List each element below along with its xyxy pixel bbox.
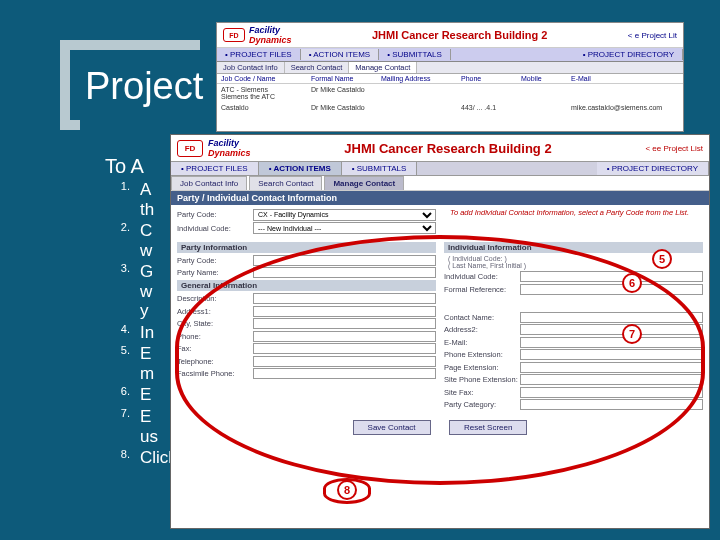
party-code-select[interactable]: CX - Facility Dynamics (253, 209, 436, 221)
label-email: E-Mail: (444, 338, 520, 347)
back-tabs: • PROJECT FILES • ACTION ITEMS • SUBMITT… (217, 48, 683, 62)
col-formalname[interactable]: Formal Name (311, 75, 381, 82)
label-phone: Phone: (177, 332, 253, 341)
back-window: FD FacilityDynamics JHMI Cancer Research… (216, 22, 684, 132)
tab-project-files[interactable]: • PROJECT FILES (171, 162, 259, 175)
facsimile-input[interactable] (253, 368, 436, 379)
step-number: 2. (108, 221, 130, 233)
telephone-input[interactable] (253, 356, 436, 367)
left-column: Party Information Party Code: Party Name… (177, 240, 436, 412)
step-number: 7. (108, 407, 130, 419)
cell-mobile (521, 104, 571, 111)
individual-code-select[interactable]: --- New Individual --- (253, 222, 436, 234)
cell-mailing (381, 104, 461, 111)
label-contact-name: Contact Name: (444, 313, 520, 322)
step-text: Ath (140, 180, 154, 219)
project-list-link[interactable]: < e Project Lit (628, 31, 677, 40)
cell-jobname: Castaldo (221, 104, 311, 111)
label-phone-ext: Phone Extension: (444, 350, 520, 359)
annotation-number-5: 5 (652, 249, 672, 269)
subtab-manage-contact[interactable]: Manage Contact (349, 62, 417, 73)
step-number: 6. (108, 385, 130, 397)
back-window-header: FD FacilityDynamics JHMI Cancer Research… (217, 23, 683, 48)
phone-input[interactable] (253, 331, 436, 342)
label-party-code2: Party Code: (177, 256, 253, 265)
email-input[interactable] (520, 337, 703, 348)
front-window-header: FD FacilityDynamics JHMI Cancer Research… (171, 135, 709, 161)
button-row: Save Contact Reset Screen (171, 414, 709, 441)
phone-ext-input[interactable] (520, 349, 703, 360)
col-mailing[interactable]: Mailing Address (381, 75, 461, 82)
tab-submittals[interactable]: • SUBMITTALS (379, 49, 451, 60)
party-info-header: Party Information (177, 242, 436, 253)
company-name: FacilityDynamics (208, 138, 251, 158)
individual-code-input[interactable] (520, 271, 703, 282)
step-text: Cw (140, 221, 152, 260)
party-code-input[interactable] (253, 255, 436, 266)
reset-screen-button[interactable]: Reset Screen (449, 420, 527, 435)
table-row[interactable]: Castaldo Dr Mike Castaldo 443/ ... .4.1 … (217, 102, 683, 113)
label-site-phone-ext: Site Phone Extension: (444, 375, 520, 384)
address2-input[interactable] (520, 324, 703, 335)
table-row[interactable]: ATC - SiemensSiemens the ATC Dr Mike Cas… (217, 84, 683, 102)
tab-action-items[interactable]: • ACTION ITEMS (301, 49, 379, 60)
description-input[interactable] (253, 293, 436, 304)
tab-action-items[interactable]: • ACTION ITEMS (259, 162, 342, 175)
back-column-headers: Job Code / Name Formal Name Mailing Addr… (217, 74, 683, 84)
site-phone-ext-input[interactable] (520, 374, 703, 385)
slide-title: Project (85, 65, 203, 108)
tab-project-files[interactable]: • PROJECT FILES (217, 49, 301, 60)
label-party-category: Party Category: (444, 400, 520, 409)
address1-input[interactable] (253, 306, 436, 317)
label-party-code: Party Code: (177, 210, 253, 219)
formal-ref-input[interactable] (520, 284, 703, 295)
subtab-search-contact[interactable]: Search Contact (285, 62, 350, 73)
front-window-title: JHMI Cancer Research Building 2 (251, 141, 646, 156)
label-telephone: Telephone: (177, 357, 253, 366)
subtab-search-contact[interactable]: Search Contact (249, 176, 322, 190)
label-page-ext: Page Extension: (444, 363, 520, 372)
tab-project-directory[interactable]: • PROJECT DIRECTORY (597, 162, 709, 175)
subtab-manage-contact[interactable]: Manage Contact (324, 176, 404, 190)
step-number: 8. (108, 448, 130, 460)
col-phone[interactable]: Phone (461, 75, 521, 82)
col-email[interactable]: E-Mail (571, 75, 679, 82)
project-list-link[interactable]: < ee Project List (645, 144, 703, 153)
annotation-number-7: 7 (622, 324, 642, 344)
label-city-state: City, State: (177, 319, 253, 328)
label-formal-ref: Formal Reference: (444, 285, 520, 294)
city-state-input[interactable] (253, 318, 436, 329)
subtab-job-contact[interactable]: Job Contact Info (217, 62, 285, 73)
step-text: E (140, 385, 151, 405)
party-category-input[interactable] (520, 399, 703, 410)
label-address2: Address2: (444, 325, 520, 334)
front-tabs: • PROJECT FILES • ACTION ITEMS • SUBMITT… (171, 161, 709, 176)
general-info-header: General Information (177, 280, 436, 291)
label-individual-code: Individual Code: (177, 224, 253, 233)
tab-submittals[interactable]: • SUBMITTALS (342, 162, 418, 175)
party-name-input[interactable] (253, 267, 436, 278)
form-note: To add Individual Contact Information, s… (444, 208, 689, 217)
label-party-name: Party Name: (177, 268, 253, 277)
bullet-square-icon (72, 160, 82, 170)
col-mobile[interactable]: Mobile (521, 75, 571, 82)
contact-name-input[interactable] (520, 312, 703, 323)
site-fax-input[interactable] (520, 387, 703, 398)
tab-project-directory[interactable]: • PROJECT DIRECTORY (575, 49, 683, 60)
save-contact-button[interactable]: Save Contact (353, 420, 431, 435)
back-window-title: JHMI Cancer Research Building 2 (292, 29, 628, 41)
label-fax: Fax: (177, 344, 253, 353)
col-jobcode[interactable]: Job Code / Name (221, 75, 311, 82)
fax-input[interactable] (253, 343, 436, 354)
logo-icon: FD (177, 140, 203, 157)
label-individual-code2: Individual Code: (444, 272, 520, 281)
label-site-fax: Site Fax: (444, 388, 520, 397)
step-text: Em (140, 344, 154, 383)
page-ext-input[interactable] (520, 362, 703, 373)
section-banner: Party / Individual Contact Information (171, 191, 709, 205)
cell-formal: Dr Mike Castaldo (311, 104, 381, 111)
label-facsimile: Facsimile Phone: (177, 369, 253, 378)
subtab-job-contact[interactable]: Job Contact Info (171, 176, 247, 190)
cell-formal: Dr Mike Castaldo (311, 86, 381, 100)
step-number: 4. (108, 323, 130, 335)
